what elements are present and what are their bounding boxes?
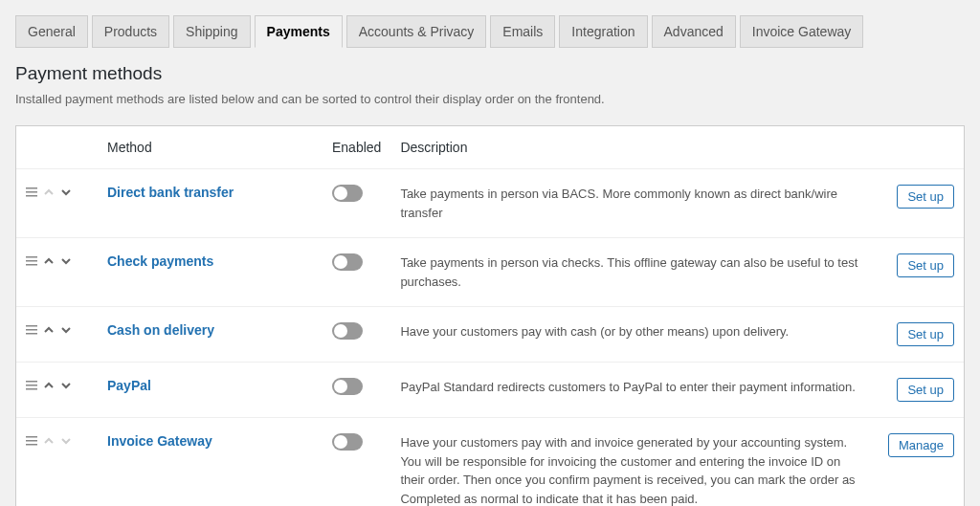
settings-tabs: GeneralProductsShippingPaymentsAccounts … — [15, 15, 965, 48]
svg-rect-4 — [26, 260, 37, 262]
set-up-button[interactable]: Set up — [897, 322, 954, 346]
svg-rect-7 — [26, 329, 37, 331]
move-down-icon — [60, 435, 72, 447]
svg-rect-6 — [26, 325, 37, 327]
table-row: Cash on deliveryHave your customers pay … — [16, 307, 964, 363]
svg-rect-1 — [26, 191, 37, 193]
tab-general[interactable]: General — [15, 15, 88, 48]
tab-invoice-gateway[interactable]: Invoice Gateway — [740, 15, 864, 48]
set-up-button[interactable]: Set up — [897, 185, 954, 209]
method-description: Have your customers pay with and invoice… — [390, 418, 879, 507]
method-description: Take payments in person via checks. This… — [390, 238, 879, 307]
column-method: Method — [98, 126, 323, 169]
drag-handle-icon[interactable] — [26, 324, 37, 336]
tab-shipping[interactable]: Shipping — [173, 15, 251, 48]
svg-rect-8 — [26, 333, 37, 335]
enabled-toggle[interactable] — [332, 433, 363, 451]
svg-rect-2 — [26, 195, 37, 197]
page-title: Payment methods — [15, 63, 965, 84]
svg-rect-12 — [26, 436, 37, 438]
table-row: PayPalPayPal Standard redirects customer… — [16, 363, 964, 418]
svg-rect-14 — [26, 444, 37, 446]
tab-emails[interactable]: Emails — [490, 15, 555, 48]
table-row: Check paymentsTake payments in person vi… — [16, 238, 964, 307]
drag-handle-icon[interactable] — [26, 255, 37, 267]
tab-integration[interactable]: Integration — [559, 15, 647, 48]
method-link[interactable]: PayPal — [107, 378, 151, 393]
svg-rect-10 — [26, 385, 37, 386]
method-link[interactable]: Direct bank transfer — [107, 185, 234, 200]
table-row: Direct bank transferTake payments in per… — [16, 169, 964, 238]
set-up-button[interactable]: Set up — [897, 378, 954, 402]
enabled-toggle[interactable] — [332, 253, 363, 271]
set-up-button[interactable]: Set up — [897, 253, 954, 277]
move-down-icon[interactable] — [60, 187, 72, 198]
method-description: PayPal Standard redirects customers to P… — [390, 363, 879, 418]
move-up-icon — [43, 435, 55, 447]
move-down-icon[interactable] — [60, 380, 72, 391]
method-description: Have your customers pay with cash (or by… — [390, 307, 879, 363]
method-link[interactable]: Invoice Gateway — [107, 433, 212, 449]
move-down-icon[interactable] — [60, 255, 72, 267]
tab-accounts-privacy[interactable]: Accounts & Privacy — [346, 15, 487, 48]
tab-advanced[interactable]: Advanced — [652, 15, 736, 48]
table-row: Invoice GatewayHave your customers pay w… — [16, 418, 964, 507]
column-description: Description — [390, 126, 879, 169]
move-up-icon[interactable] — [43, 324, 55, 336]
tab-products[interactable]: Products — [92, 15, 169, 48]
enabled-toggle[interactable] — [332, 185, 363, 202]
drag-handle-icon[interactable] — [26, 435, 37, 447]
manage-button[interactable]: Manage — [888, 433, 954, 457]
column-enabled: Enabled — [323, 126, 390, 169]
method-description: Take payments in person via BACS. More c… — [390, 169, 879, 238]
svg-rect-9 — [26, 381, 37, 383]
svg-rect-13 — [26, 440, 37, 442]
drag-handle-icon[interactable] — [26, 380, 37, 391]
payment-methods-table: Method Enabled Description Direct bank t… — [15, 125, 965, 506]
move-up-icon — [43, 187, 55, 198]
move-up-icon[interactable] — [43, 255, 55, 267]
drag-handle-icon[interactable] — [26, 187, 37, 198]
enabled-toggle[interactable] — [332, 378, 363, 395]
method-link[interactable]: Check payments — [107, 253, 213, 269]
enabled-toggle[interactable] — [332, 322, 363, 340]
help-text: Installed payment methods are listed bel… — [15, 92, 965, 106]
svg-rect-5 — [26, 264, 37, 266]
svg-rect-11 — [26, 388, 37, 390]
move-down-icon[interactable] — [60, 324, 72, 336]
method-link[interactable]: Cash on delivery — [107, 322, 214, 338]
svg-rect-0 — [26, 187, 37, 189]
move-up-icon[interactable] — [43, 380, 55, 391]
svg-rect-3 — [26, 256, 37, 258]
tab-payments[interactable]: Payments — [255, 15, 343, 48]
